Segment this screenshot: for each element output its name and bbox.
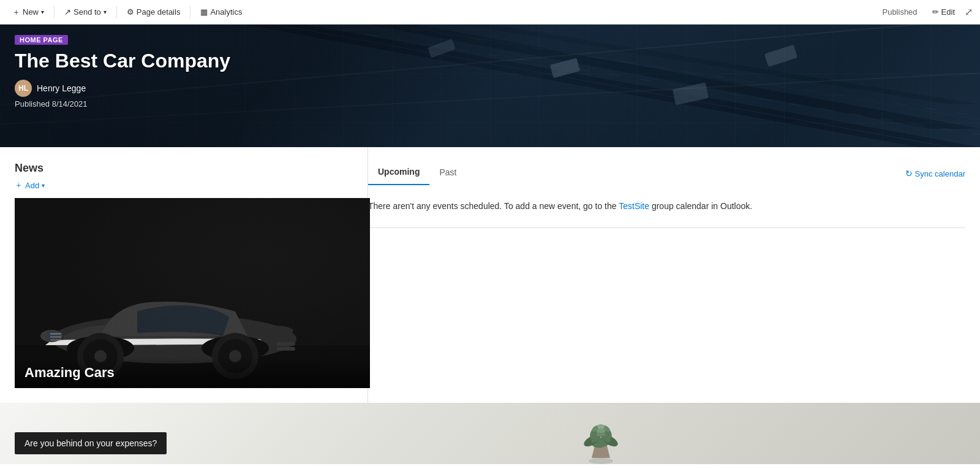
toolbar-right: Published ✏ Edit ⤢ (882, 5, 973, 19)
hero-content: HOME PAGE The Best Car Company HL Henry … (0, 25, 980, 118)
news-column: News ＋ Add ▾ (0, 147, 368, 403)
past-tab-label: Past (439, 167, 456, 177)
events-tabs: Upcoming Past ↻ Sync calendar (368, 162, 965, 185)
svg-point-31 (589, 458, 613, 464)
published-date: Published 8/14/2021 (15, 99, 965, 109)
plus-icon: ＋ (15, 180, 23, 191)
edit-button[interactable]: ✏ Edit (927, 5, 960, 19)
svg-point-43 (597, 424, 605, 428)
page-details-label: Page details (137, 7, 181, 17)
hero-section: HOME PAGE The Best Car Company HL Henry … (0, 25, 980, 147)
gear-icon: ⚙ (127, 7, 134, 17)
news-card[interactable]: Amazing Cars (15, 198, 370, 388)
avatar: HL (15, 80, 32, 97)
sync-icon: ↻ (905, 169, 913, 178)
divider2 (116, 6, 117, 18)
edit-icon: ✏ (932, 7, 939, 17)
add-button[interactable]: ＋ Add ▾ (15, 180, 45, 191)
chevron-down-icon: ▾ (41, 9, 44, 15)
main-content: News ＋ Add ▾ (0, 147, 980, 403)
expense-badge: Are you behind on your expenses? (15, 432, 167, 454)
divider3 (190, 6, 190, 18)
upcoming-tab-label: Upcoming (378, 167, 420, 177)
analytics-button[interactable]: ▦ Analytics (195, 5, 247, 19)
home-page-badge: HOME PAGE (15, 35, 68, 45)
bottom-banner: Are you behind on your expenses? (0, 403, 980, 464)
send-to-label: Send to (74, 7, 101, 17)
news-card-title: Amazing Cars (15, 357, 370, 388)
plus-icon: ＋ (12, 7, 20, 18)
plant-decoration (555, 403, 647, 464)
analytics-label: Analytics (210, 7, 242, 17)
new-label: New (23, 7, 39, 17)
testsite-link[interactable]: TestSite (619, 201, 649, 211)
send-icon: ↗ (64, 7, 71, 17)
new-button[interactable]: ＋ New ▾ (7, 4, 49, 20)
divider (54, 6, 55, 18)
toolbar: ＋ New ▾ ↗ Send to ▾ ⚙ Page details ▦ Ana… (0, 0, 980, 25)
events-empty-message: There aren't any events scheduled. To ad… (368, 195, 965, 218)
author-info: HL Henry Legge (15, 80, 965, 97)
chevron-down-icon: ▾ (104, 9, 107, 15)
tab-upcoming[interactable]: Upcoming (368, 162, 429, 185)
chevron-down-icon: ▾ (42, 182, 45, 189)
news-section-title: News (15, 162, 353, 175)
events-divider (368, 227, 965, 228)
send-to-button[interactable]: ↗ Send to ▾ (59, 5, 111, 19)
expand-button[interactable]: ⤢ (965, 6, 973, 18)
sync-calendar-button[interactable]: ↻ Sync calendar (905, 169, 965, 178)
empty-msg-before: There aren't any events scheduled. To ad… (368, 201, 619, 211)
author-name: Henry Legge (37, 83, 86, 93)
empty-msg-after: group calendar in Outlook. (649, 201, 752, 211)
avatar-initials: HL (18, 84, 28, 93)
analytics-icon: ▦ (200, 7, 208, 17)
sync-label: Sync calendar (915, 169, 965, 178)
events-column: Upcoming Past ↻ Sync calendar There aren… (368, 147, 980, 403)
tabs-left: Upcoming Past (368, 162, 466, 185)
toolbar-left: ＋ New ▾ ↗ Send to ▾ ⚙ Page details ▦ Ana… (7, 4, 247, 20)
page-title: The Best Car Company (15, 50, 965, 72)
published-status: Published (882, 7, 917, 17)
tab-past[interactable]: Past (429, 162, 466, 185)
page-details-button[interactable]: ⚙ Page details (122, 5, 186, 19)
add-label: Add (25, 181, 39, 190)
edit-label: Edit (941, 7, 955, 17)
